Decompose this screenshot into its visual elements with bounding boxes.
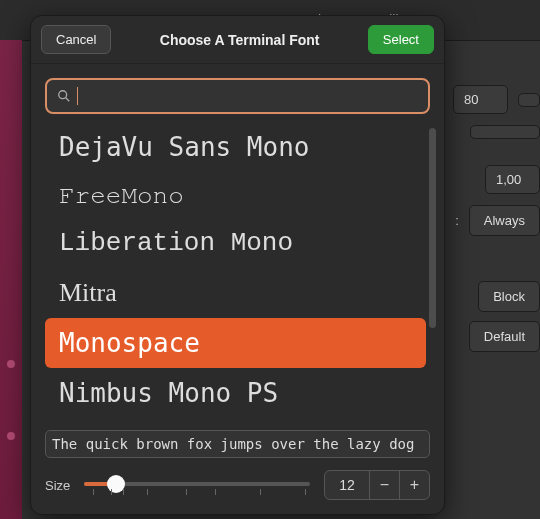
rows-extra-field[interactable] (470, 125, 540, 139)
cursor-blink-dropdown[interactable]: Default (469, 321, 540, 352)
size-decrement-button[interactable]: − (369, 470, 399, 500)
columns-field[interactable]: 80 (453, 85, 508, 114)
dock-indicator (7, 432, 15, 440)
search-input[interactable] (45, 78, 430, 114)
size-value[interactable]: 12 (325, 477, 369, 493)
text-caret (77, 87, 78, 105)
scrollbar[interactable] (429, 128, 436, 328)
dock-strip (0, 40, 22, 519)
reset-dropdown[interactable]: Always (469, 205, 540, 236)
font-item[interactable]: DejaVu Sans Mono (45, 122, 436, 172)
preview-text: The quick brown fox jumps over the lazy … (45, 430, 430, 458)
columns-stepper[interactable] (518, 93, 540, 107)
font-item[interactable]: FreeMono (45, 172, 436, 218)
font-list[interactable]: DejaVu Sans MonoFreeMonoLiberation MonoM… (45, 122, 436, 424)
reset-label-suffix: : (455, 213, 459, 228)
size-increment-button[interactable]: + (399, 470, 429, 500)
dialog-header: Cancel Choose A Terminal Font Select (31, 16, 444, 64)
cancel-button[interactable]: Cancel (41, 25, 111, 54)
select-button[interactable]: Select (368, 25, 434, 54)
svg-line-1 (66, 98, 70, 102)
cursor-shape-dropdown[interactable]: Block (478, 281, 540, 312)
size-spinbox: 12 − + (324, 470, 430, 500)
svg-point-0 (59, 91, 67, 99)
dock-indicator (7, 360, 15, 368)
font-chooser-dialog: Cancel Choose A Terminal Font Select Dej… (30, 15, 445, 515)
size-row: Size 12 − + (45, 470, 430, 500)
font-item[interactable]: Nimbus Mono PS (45, 368, 436, 418)
size-slider[interactable] (84, 473, 310, 497)
size-label: Size (45, 478, 70, 493)
rows-field[interactable]: 1,00 (485, 165, 540, 194)
dialog-title: Choose A Terminal Font (160, 32, 320, 48)
font-item[interactable]: Monospace (45, 318, 426, 368)
search-icon (57, 89, 71, 103)
slider-ticks (84, 489, 310, 497)
font-item[interactable]: Liberation Mono (45, 218, 436, 268)
font-item[interactable]: Mitra (45, 268, 436, 318)
